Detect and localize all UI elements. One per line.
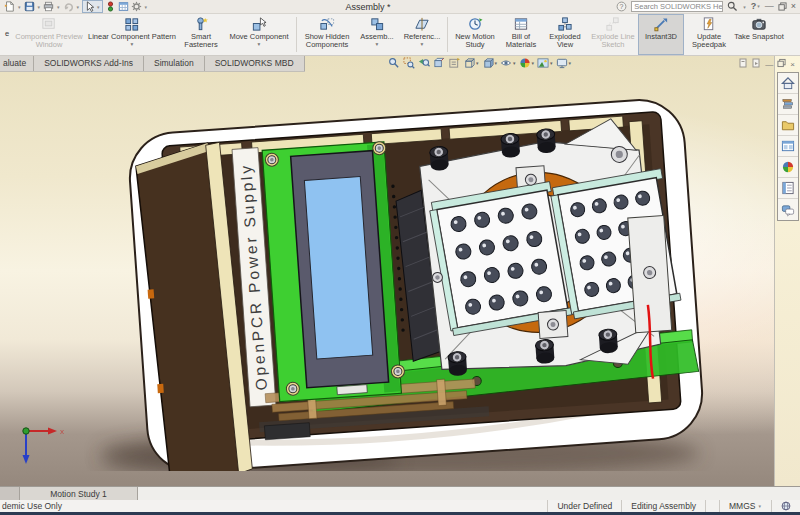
help-menu[interactable]: ?▾	[751, 2, 761, 11]
lcd-screen	[304, 177, 372, 359]
window-title: Assembly *	[345, 2, 390, 12]
custom-properties-icon[interactable]	[778, 178, 798, 199]
section-view-icon[interactable]	[433, 57, 445, 69]
minimize-button[interactable]: —	[765, 2, 774, 11]
doc-close-icon[interactable]: ×	[790, 60, 795, 69]
view-palette-icon[interactable]	[778, 136, 798, 157]
heads-up-view-toolbar: ▾ ▾ ▾ ▾ ▾ ▾	[388, 57, 571, 69]
svg-text:?: ?	[620, 3, 624, 10]
quick-access-toolbar: ▾ ▾ ▾ ▾ ▾ ▾	[4, 0, 148, 13]
update-speedpak-icon	[701, 16, 717, 32]
tab-solidworks-mbd[interactable]: SOLIDWORKS MBD	[205, 56, 305, 71]
display-style-icon[interactable]: ▾	[482, 57, 498, 69]
ribbon-button-linear-component-pattern[interactable]: Linear Component Pattern ▾	[86, 14, 178, 55]
undo-icon[interactable]	[63, 1, 74, 12]
document-window-controls: — ×	[739, 58, 795, 70]
zoom-to-fit-icon[interactable]	[388, 57, 400, 69]
ribbon-separator	[296, 17, 297, 52]
ribbon-button-update-speedpak[interactable]: Update Speedpak	[684, 14, 734, 55]
edit-appearance-icon[interactable]: ▾	[519, 57, 535, 69]
previous-view-icon[interactable]	[418, 57, 430, 69]
solidworks-forum-icon[interactable]	[778, 199, 798, 220]
motion-study-tab[interactable]: Motion Study 1	[20, 487, 138, 500]
view-settings-icon[interactable]: ▾	[556, 57, 572, 69]
ribbon-button-partial-e[interactable]: e	[2, 14, 12, 55]
file-explorer-icon[interactable]	[778, 115, 798, 136]
reference-geometry-icon	[414, 16, 430, 32]
units-selector[interactable]: MMGS▾	[719, 500, 771, 512]
move-component-icon	[251, 16, 267, 32]
status-bar: demic Use Only Under Defined Editing Ass…	[0, 500, 800, 512]
edit-mode-status: Editing Assembly	[621, 500, 705, 512]
design-library-icon[interactable]	[778, 94, 798, 115]
graphics-area-model[interactable]: OpenPCR Power Supply	[0, 71, 772, 471]
ribbon-button-component-preview-window[interactable]: Component Preview Window	[12, 14, 86, 55]
openpcr-assembly: OpenPCR Power Supply	[127, 97, 707, 471]
exploded-view-icon	[557, 16, 573, 32]
ribbon-button-show-hidden-components[interactable]: Show Hidden Components	[299, 14, 355, 55]
bill-of-materials-icon	[513, 16, 529, 32]
search-icon[interactable]	[727, 1, 738, 12]
title-bar: ▾ ▾ ▾ ▾ ▾ ▾ Assembly * ? Search SOLIDWOR…	[0, 0, 800, 14]
svg-text:x: x	[60, 427, 64, 436]
assembly-features-icon	[369, 16, 385, 32]
tags-globe-icon[interactable]	[771, 500, 800, 512]
appearances-scenes-icon[interactable]	[778, 157, 798, 178]
tab-simulation[interactable]: Simulation	[144, 56, 205, 71]
component-preview-window-icon	[41, 16, 57, 32]
smart-fasteners-icon	[193, 16, 209, 32]
ribbon-button-explode-line-sketch[interactable]: Explode Line Sketch	[588, 14, 638, 55]
take-snapshot-icon	[751, 16, 767, 32]
xpress-products-icon[interactable]	[105, 1, 116, 12]
command-tab-strip: aluate SOLIDWORKS Add-Ins Simulation SOL…	[0, 56, 305, 72]
apply-scene-icon[interactable]: ▾	[537, 57, 553, 69]
origin-triad: x	[23, 427, 65, 464]
ribbon-button-instant3d[interactable]: Instant3D	[638, 14, 684, 55]
motion-manager-bar: Motion Study 1	[0, 486, 800, 500]
tab-evaluate-partial[interactable]: aluate	[0, 56, 34, 71]
doc-minimize-icon[interactable]: —	[765, 60, 773, 69]
motion-bar-corner	[0, 487, 20, 500]
tab-solidworks-add-ins[interactable]: SOLIDWORKS Add-Ins	[34, 56, 144, 71]
hide-show-items-icon[interactable]: ▾	[500, 57, 516, 69]
new-file-icon[interactable]	[4, 1, 15, 12]
view-orientation-icon[interactable]: ▾	[463, 57, 479, 69]
lcd-display-board	[262, 142, 401, 402]
motion-bar-spacer	[138, 487, 800, 500]
new-motion-study-icon	[467, 16, 483, 32]
solidworks-resources-icon[interactable]	[778, 73, 798, 94]
command-manager-ribbon: e Component Preview Window Linear Compon…	[0, 14, 800, 56]
ribbon-button-new-motion-study[interactable]: New Motion Study	[450, 14, 500, 55]
doc-restore-icon[interactable]	[777, 58, 786, 70]
save-icon[interactable]	[24, 1, 35, 12]
ribbon-button-smart-fasteners[interactable]: Smart Fasteners	[178, 14, 224, 55]
help-hint-icon: ?	[616, 1, 627, 12]
print-icon[interactable]	[43, 1, 54, 12]
ribbon-separator	[447, 17, 448, 52]
new-window-icon[interactable]	[739, 58, 748, 70]
task-pane-icon-stack	[777, 72, 799, 221]
zoom-to-area-icon[interactable]	[403, 57, 415, 69]
next-window-icon[interactable]	[752, 58, 761, 70]
constraint-status: Under Defined	[547, 500, 621, 512]
dynamic-annotation-views-icon[interactable]	[448, 57, 460, 69]
close-button[interactable]: ×	[791, 2, 796, 11]
search-input[interactable]: Search SOLIDWORKS Help	[631, 1, 723, 12]
task-pane	[774, 56, 800, 486]
ribbon-button-exploded-view[interactable]: Exploded View	[542, 14, 588, 55]
instant3d-icon	[653, 16, 669, 32]
design-table-icon[interactable]	[118, 1, 129, 12]
ribbon-button-reference-geometry[interactable]: Referenc... ▾	[399, 14, 445, 55]
ribbon-button-bill-of-materials[interactable]: Bill of Materials	[500, 14, 542, 55]
ribbon-button-assembly-features[interactable]: Assemb... ▾	[355, 14, 399, 55]
explode-line-sketch-icon	[605, 16, 621, 32]
select-tool[interactable]: ▾	[82, 0, 103, 13]
ribbon-button-move-component[interactable]: Move Component ▾	[224, 14, 294, 55]
graphics-work-area: aluate SOLIDWORKS Add-Ins Simulation SOL…	[0, 56, 800, 486]
restore-button[interactable]	[778, 2, 787, 11]
show-hidden-components-icon	[319, 16, 335, 32]
linear-component-pattern-icon	[124, 16, 140, 32]
ribbon-button-take-snapshot[interactable]: Take Snapshot	[734, 14, 784, 55]
options-gear-icon[interactable]	[131, 1, 142, 12]
license-text: demic Use Only	[0, 501, 62, 511]
